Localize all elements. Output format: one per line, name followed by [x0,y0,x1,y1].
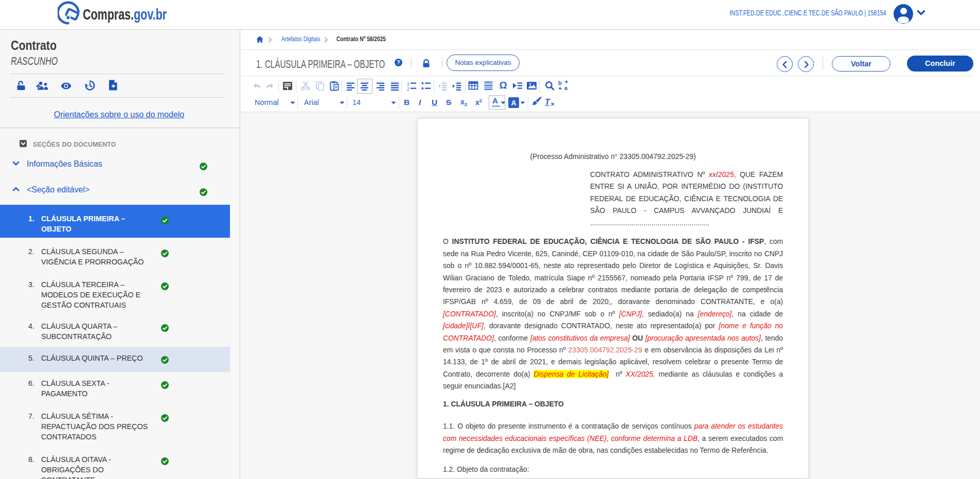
svg-text:2: 2 [407,86,409,92]
svg-text:Ω: Ω [499,80,507,91]
svg-text:b: b [558,80,562,86]
svg-text:a: a [564,85,568,91]
svg-text:?: ? [397,59,400,65]
svg-text:1: 1 [407,81,409,86]
